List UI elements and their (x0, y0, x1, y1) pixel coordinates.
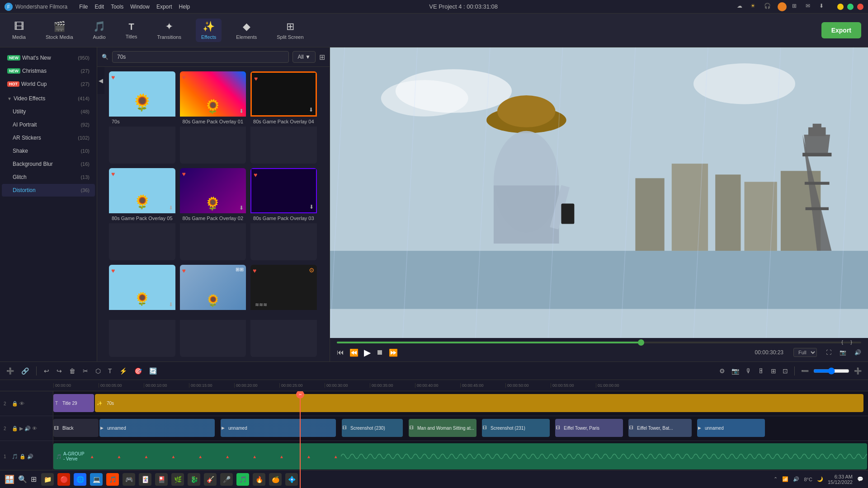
notification-up-icon[interactable]: ⌃ (774, 476, 778, 482)
effect-card-80s-02[interactable]: 🌻 ♥ ⬇ 80s Game Pack Overlay 02 (180, 168, 246, 260)
taskbar-app1[interactable]: 🌿 (171, 473, 184, 486)
sidebar-item-christmas[interactable]: NEWChristmas (27) (2, 65, 95, 77)
play-icon-video[interactable]: ▶ (19, 426, 23, 432)
add-media-button[interactable]: ➕ (5, 366, 16, 376)
taskbar-game3[interactable]: 🎴 (155, 473, 168, 486)
clip-unnamed-3[interactable]: ▶ unnamed (697, 419, 765, 437)
menu-edit[interactable]: Edit (95, 4, 104, 10)
taskbar-game1[interactable]: 🎮 (123, 473, 135, 486)
audio-settings-button[interactable]: 🎚 (756, 366, 766, 376)
eye-icon-video[interactable]: 👁 (32, 426, 37, 432)
taskbar-filmora[interactable]: 💻 (90, 473, 103, 486)
sidebar-item-whats-new[interactable]: NEWWhat's New (950) (2, 52, 95, 64)
scroll-left-button[interactable]: ◀ (97, 67, 104, 94)
headset-icon[interactable]: 🎧 (764, 3, 772, 11)
taskbar-app3[interactable]: 🎸 (204, 473, 217, 486)
zoom-select[interactable]: Full 1/2 1/4 (793, 348, 817, 357)
effect-card-80s-04[interactable]: ♥ ⬇ 80s Game Pack Overlay 04 (250, 71, 317, 164)
sidebar-item-shake[interactable]: Shake (10) (2, 145, 95, 157)
tool-elements[interactable]: ◆ Elements (231, 19, 262, 42)
clip-unnamed-1[interactable]: ▶ unnamed (99, 419, 215, 437)
maximize-button[interactable] (847, 4, 854, 10)
ai-audio-button[interactable]: 🔄 (147, 366, 159, 376)
avatar-icon[interactable] (778, 2, 787, 11)
clip-unnamed-2[interactable]: ▶ unnamed (221, 419, 336, 437)
sidebar-item-distortion[interactable]: Distortion (36) (2, 184, 95, 197)
effect-card-r1[interactable]: 🌻 ♥ ⬇ (109, 265, 175, 357)
cloud-icon[interactable]: ☁ (737, 3, 745, 11)
text-button[interactable]: T (106, 366, 114, 376)
camera-button[interactable]: 📷 (730, 366, 741, 376)
taskbar-app5[interactable]: 🔥 (253, 473, 265, 486)
export-button[interactable]: Export (821, 22, 861, 38)
effect-card-80s-01[interactable]: 🌻 ♥ ⬇ 80s Game Pack Overlay 01 (180, 71, 246, 164)
sidebar-item-ar-stickers[interactable]: AR Stickers (102) (2, 131, 95, 144)
gallery-icon[interactable]: ⊞ (792, 3, 800, 11)
volume-icon-video[interactable]: 🔊 (24, 426, 31, 432)
lock-icon-video[interactable]: 🔒 (12, 426, 18, 432)
clip-audio-group[interactable]: 🎵 A-GROUP - Verve ▲ ▲ ▲ ▲ ▲ ▲ ▲ (53, 443, 867, 469)
download-icon[interactable]: ⬇ (819, 3, 827, 11)
taskbar-app7[interactable]: 💠 (285, 473, 298, 486)
clip-black[interactable]: 🎞 Black (53, 419, 99, 437)
tool-media[interactable]: 🎞 Media (7, 19, 31, 42)
tool-stock-media[interactable]: 🎬 Stock Media (40, 19, 79, 42)
sidebar-item-glitch[interactable]: Glitch (13) (2, 171, 95, 183)
taskbar-chrome[interactable]: 🌐 (74, 473, 86, 486)
taskbar-adobe[interactable]: 🎵 (106, 473, 119, 486)
sidebar-item-world-cup[interactable]: HOTWorld Cup (27) (2, 78, 95, 90)
sun-icon[interactable]: ☀ (750, 3, 759, 11)
tool-audio[interactable]: 🎵 Audio (88, 19, 111, 42)
grid-view-button[interactable]: ⊞ (319, 53, 325, 61)
taskbar-app2[interactable]: 🐉 (188, 473, 200, 486)
filter-button[interactable]: All ▼ (292, 51, 316, 63)
tool-titles[interactable]: T Titles (120, 19, 143, 42)
step-back-button[interactable]: ⏪ (349, 348, 359, 357)
sidebar-item-background-blur[interactable]: Background Blur (16) (2, 158, 95, 170)
volume-icon-audio[interactable]: 🔊 (27, 454, 33, 460)
volume-icon[interactable]: 🔊 (854, 349, 861, 356)
mail-icon[interactable]: ✉ (806, 3, 814, 11)
lock-icon-overlay[interactable]: 🔒 (12, 401, 18, 407)
adjust-button[interactable]: ⚡ (118, 366, 129, 376)
settings-button[interactable]: ⚙ (717, 366, 727, 376)
timeline-thumb[interactable] (638, 339, 644, 346)
close-button[interactable] (857, 4, 863, 10)
menu-file[interactable]: File (79, 4, 88, 10)
rewind-button[interactable]: ⏮ (337, 348, 344, 357)
effect-card-70s[interactable]: 🌻 ♥ 70s (109, 71, 175, 164)
sidebar-item-utility[interactable]: Utility (48) (2, 105, 95, 118)
crop-button[interactable]: ⬡ (94, 366, 103, 376)
lock-icon-audio[interactable]: 🔒 (19, 454, 26, 460)
menu-export[interactable]: Export (156, 4, 172, 10)
effect-card-r3[interactable]: ♥ ⚙ ≋≋≋ (250, 265, 317, 357)
effect-card-80s-03[interactable]: ♥ ⬇ 80s Game Pack Overlay 03 (250, 168, 317, 260)
mic-button[interactable]: 🎙 (744, 366, 754, 376)
effect-card-80s-05[interactable]: 🌻 ♥ ⬇ 80s Game Pack Overlay 05 (109, 168, 175, 260)
speaker-icon[interactable]: 🔊 (793, 476, 799, 482)
effect-card-r2[interactable]: 🌻 ♥ ⊞⊞ (180, 265, 246, 357)
sidebar-item-video-effects[interactable]: ▼Video Effects (414) (2, 92, 95, 105)
clip-eiffel1[interactable]: 🎞 Eiffel Tower, Paris (555, 419, 623, 437)
menu-window[interactable]: Window (130, 4, 150, 10)
network-icon[interactable]: 📶 (782, 476, 788, 482)
start-button[interactable]: 🪟 (5, 474, 14, 484)
undo-button[interactable]: ↩ (42, 366, 51, 376)
taskbar-spotify[interactable]: 🎵 (236, 473, 249, 486)
taskbar-explorer[interactable]: 📁 (41, 473, 54, 486)
clip-screenshot230[interactable]: 🎞 Screenshot (230) (342, 419, 403, 437)
redo-button[interactable]: ↪ (55, 366, 64, 376)
fullscreen-icon[interactable]: ⛶ (826, 349, 831, 356)
speed-button[interactable]: 🎯 (132, 366, 144, 376)
tool-split-screen[interactable]: ⊞ Split Screen (271, 19, 309, 42)
ungroup-button[interactable]: ⊡ (781, 366, 790, 376)
play-button[interactable]: ▶ (364, 347, 371, 358)
delete-button[interactable]: 🗑 (67, 366, 77, 376)
stop-button[interactable]: ⏹ (376, 348, 383, 357)
clip-man-woman[interactable]: 🎞 Man and Woman Sitting at... (409, 419, 476, 437)
taskbar-game2[interactable]: 🃏 (139, 473, 151, 486)
zoom-in-button[interactable]: ➕ (852, 366, 863, 376)
tool-transitions[interactable]: ✦ Transitions (152, 19, 187, 42)
group-button[interactable]: ⊞ (769, 366, 778, 376)
notification-icon[interactable]: 💬 (857, 476, 863, 482)
